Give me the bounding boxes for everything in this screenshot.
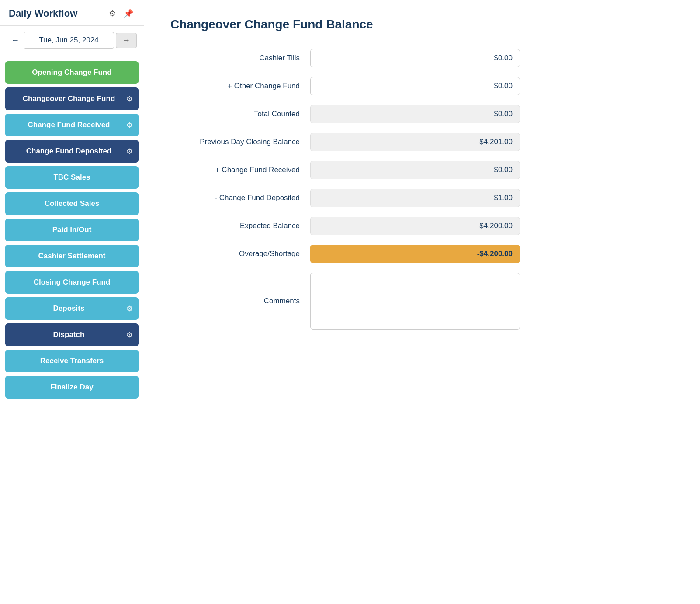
nav-btn-receive-transfers[interactable]: Receive Transfers [5, 350, 139, 372]
nav-btn-closing-change-fund[interactable]: Closing Change Fund [5, 271, 139, 294]
expected-balance-label: Expected Balance [170, 222, 310, 230]
nav-btn-label-closing-change-fund: Closing Change Fund [11, 278, 132, 287]
sidebar-title: Daily Workflow [9, 8, 77, 19]
nav-btn-label-change-fund-received: Change Fund Received [11, 121, 126, 129]
main-content: Changeover Change Fund Balance Cashier T… [144, 0, 700, 604]
nav-btn-collected-sales[interactable]: Collected Sales [5, 192, 139, 215]
prev-day-closing-row: Previous Day Closing Balance [170, 133, 520, 151]
nav-btn-label-finalize-day: Finalize Day [11, 383, 132, 392]
sidebar: Daily Workflow ⚙ 📌 ← Tue, Jun 25, 2024 →… [0, 0, 144, 604]
page-title: Changeover Change Fund Balance [170, 17, 674, 31]
expected-balance-input [310, 217, 520, 235]
nav-btn-label-tbc-sales: TBC Sales [11, 173, 132, 182]
comments-row: Comments [170, 273, 520, 330]
prev-day-closing-label: Previous Day Closing Balance [170, 138, 310, 146]
nav-btn-change-fund-received[interactable]: Change Fund Received⚙ [5, 114, 139, 136]
nav-btn-label-changeover-change-fund: Changeover Change Fund [11, 94, 126, 103]
nav-btn-opening-change-fund[interactable]: Opening Change Fund [5, 61, 139, 84]
overage-shortage-input [310, 245, 520, 263]
prev-date-button[interactable]: ← [7, 34, 24, 47]
sidebar-header-icons: ⚙ 📌 [107, 8, 135, 19]
total-counted-input [310, 105, 520, 123]
nav-btn-label-dispatch: Dispatch [11, 330, 126, 339]
nav-btn-changeover-change-fund[interactable]: Changeover Change Fund⚙ [5, 87, 139, 110]
prev-day-closing-input [310, 133, 520, 151]
nav-btn-label-opening-change-fund: Opening Change Fund [11, 68, 132, 77]
nav-btn-label-collected-sales: Collected Sales [11, 199, 132, 208]
gear-icon-change-fund-received: ⚙ [126, 121, 132, 129]
nav-btn-label-deposits: Deposits [11, 304, 126, 313]
nav-btn-label-receive-transfers: Receive Transfers [11, 357, 132, 365]
cashier-tills-row: Cashier Tills [170, 49, 520, 67]
gear-icon-changeover-change-fund: ⚙ [126, 95, 132, 103]
change-fund-deposited-label: - Change Fund Deposited [170, 194, 310, 202]
settings-icon[interactable]: ⚙ [107, 8, 118, 19]
overage-shortage-row: Overage/Shortage [170, 245, 520, 263]
form-section: Cashier Tills + Other Change Fund Total … [170, 49, 520, 330]
change-fund-deposited-row: - Change Fund Deposited [170, 189, 520, 207]
nav-btn-finalize-day[interactable]: Finalize Day [5, 376, 139, 399]
change-fund-deposited-input [310, 189, 520, 207]
nav-buttons-list: Opening Change FundChangeover Change Fun… [0, 55, 144, 405]
date-display: Tue, Jun 25, 2024 [24, 32, 114, 49]
nav-btn-deposits[interactable]: Deposits⚙ [5, 297, 139, 320]
nav-btn-paid-in-out[interactable]: Paid In/Out [5, 219, 139, 241]
nav-btn-label-paid-in-out: Paid In/Out [11, 226, 132, 234]
date-navigation: ← Tue, Jun 25, 2024 → [0, 26, 144, 55]
next-date-button[interactable]: → [116, 33, 137, 48]
nav-btn-tbc-sales[interactable]: TBC Sales [5, 166, 139, 189]
total-counted-label: Total Counted [170, 110, 310, 118]
expected-balance-row: Expected Balance [170, 217, 520, 235]
overage-shortage-label: Overage/Shortage [170, 250, 310, 258]
other-change-fund-label: + Other Change Fund [170, 82, 310, 90]
cashier-tills-input[interactable] [310, 49, 520, 67]
sidebar-header: Daily Workflow ⚙ 📌 [0, 0, 144, 26]
cashier-tills-label: Cashier Tills [170, 54, 310, 62]
gear-icon-deposits: ⚙ [126, 305, 132, 313]
comments-label: Comments [170, 297, 310, 305]
gear-icon-change-fund-deposited: ⚙ [126, 147, 132, 156]
change-fund-received-input [310, 161, 520, 179]
other-change-fund-input[interactable] [310, 77, 520, 95]
gear-icon-dispatch: ⚙ [126, 331, 132, 339]
nav-btn-label-cashier-settlement: Cashier Settlement [11, 252, 132, 260]
nav-btn-label-change-fund-deposited: Change Fund Deposited [11, 147, 126, 156]
nav-btn-cashier-settlement[interactable]: Cashier Settlement [5, 245, 139, 267]
nav-btn-change-fund-deposited[interactable]: Change Fund Deposited⚙ [5, 140, 139, 163]
change-fund-received-label: + Change Fund Received [170, 166, 310, 174]
other-change-fund-row: + Other Change Fund [170, 77, 520, 95]
comments-textarea[interactable] [310, 273, 520, 330]
change-fund-received-row: + Change Fund Received [170, 161, 520, 179]
nav-btn-dispatch[interactable]: Dispatch⚙ [5, 323, 139, 346]
pin-icon[interactable]: 📌 [122, 8, 135, 19]
total-counted-row: Total Counted [170, 105, 520, 123]
